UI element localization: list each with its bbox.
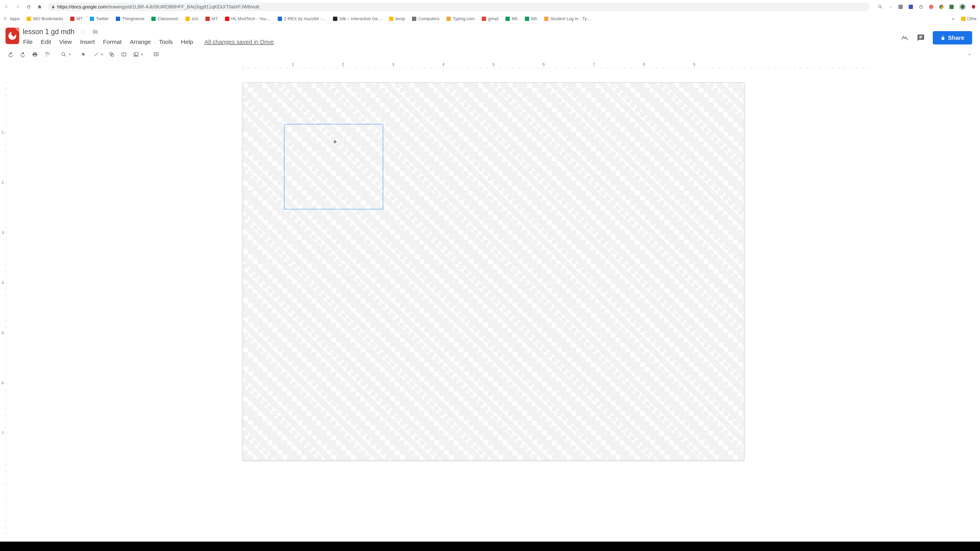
browser-chrome: https://docs.google.com/drawings/d/1LBR-… bbox=[0, 0, 980, 24]
ext-icon-4[interactable] bbox=[929, 4, 934, 10]
bookmark-label: Typing.com bbox=[453, 16, 475, 21]
bookmark-item[interactable]: Twitter bbox=[90, 16, 109, 21]
bookmark-label: Classroom bbox=[158, 16, 178, 21]
reload-button[interactable] bbox=[26, 5, 31, 9]
bookmark-item[interactable]: Apps bbox=[3, 16, 20, 21]
bookmark-item[interactable]: sch bbox=[185, 16, 198, 21]
menu-file[interactable]: File bbox=[23, 38, 33, 46]
activity-icon[interactable] bbox=[900, 34, 909, 42]
bookmark-item[interactable]: Classroom bbox=[151, 16, 178, 21]
bookmark-label: Computers bbox=[418, 16, 439, 21]
bookmark-item[interactable]: MT bbox=[70, 16, 83, 21]
app-header: lesson 1 gd mdh ☆ FileEditViewInsertForm… bbox=[0, 24, 980, 48]
image-tool[interactable]: ▼ bbox=[132, 51, 143, 59]
menu-edit[interactable]: Edit bbox=[40, 38, 51, 46]
ext-icon-2[interactable] bbox=[908, 4, 913, 10]
bottom-black-bar bbox=[0, 541, 980, 551]
select-tool[interactable] bbox=[80, 51, 88, 59]
print-button[interactable] bbox=[31, 51, 39, 59]
crosshair-cursor: ＋ bbox=[332, 139, 338, 144]
h-ruler-label: 8 bbox=[643, 62, 645, 67]
save-status[interactable]: All changes saved in Drive bbox=[204, 38, 274, 45]
bookmark-item[interactable]: WO Bookmarks bbox=[27, 16, 63, 21]
undo-button[interactable] bbox=[7, 51, 14, 59]
bookmark-favicon bbox=[90, 17, 94, 21]
bookmark-label: Twitter bbox=[96, 16, 109, 21]
redo-button[interactable] bbox=[19, 51, 27, 59]
bookmark-item[interactable]: 6th bbox=[506, 16, 518, 21]
move-folder-icon[interactable] bbox=[92, 28, 99, 35]
menu-view[interactable]: View bbox=[59, 38, 72, 46]
bookmark-item[interactable]: Thingiverse bbox=[116, 16, 145, 21]
bookmark-item[interactable]: temp bbox=[389, 16, 405, 21]
svg-point-9 bbox=[135, 53, 136, 54]
back-button[interactable] bbox=[4, 4, 10, 10]
menu-format[interactable]: Format bbox=[103, 38, 122, 46]
h-ruler-label: 9 bbox=[693, 62, 695, 67]
share-button[interactable]: Share bbox=[933, 31, 972, 44]
bookmark-star-icon[interactable]: ☆ bbox=[888, 4, 893, 10]
bookmark-item[interactable]: gmail bbox=[482, 16, 498, 21]
bookmark-favicon bbox=[278, 17, 282, 21]
forward-button[interactable] bbox=[15, 4, 21, 10]
drawing-page[interactable]: ＋ bbox=[243, 83, 745, 460]
insert-comment-tool[interactable] bbox=[152, 51, 160, 59]
bookmark-favicon bbox=[447, 17, 451, 21]
menu-insert[interactable]: Insert bbox=[80, 38, 95, 46]
bookmark-item[interactable]: Computers bbox=[412, 16, 439, 21]
ext-icon-6[interactable] bbox=[949, 4, 954, 10]
horizontal-ruler[interactable]: 123456789 bbox=[7, 61, 980, 69]
ext-icon-shield[interactable] bbox=[971, 4, 976, 10]
drawings-app-icon[interactable] bbox=[5, 28, 19, 44]
bookmark-favicon bbox=[70, 17, 75, 21]
ext-icon-1[interactable] bbox=[898, 4, 903, 10]
bookmarks-overflow[interactable]: » bbox=[952, 16, 954, 21]
line-tool[interactable]: ▼ bbox=[92, 51, 103, 59]
bookmark-favicon bbox=[27, 17, 31, 21]
address-bar[interactable]: https://docs.google.com/drawings/d/1LBR-… bbox=[48, 3, 870, 11]
home-button[interactable] bbox=[37, 5, 42, 9]
bookmark-item[interactable]: Student Log In - Ty… bbox=[544, 16, 591, 21]
bookmark-label: gmail bbox=[488, 16, 498, 21]
star-icon[interactable]: ☆ bbox=[80, 28, 87, 35]
menu-tools[interactable]: Tools bbox=[159, 38, 173, 46]
v-ruler-label: 1 bbox=[2, 130, 4, 135]
v-ruler-label: 2 bbox=[2, 180, 4, 185]
collapse-toolbar-button[interactable] bbox=[966, 51, 973, 59]
comments-icon[interactable] bbox=[917, 34, 925, 42]
bookmark-item[interactable]: Z-REX by muzz64 -… bbox=[278, 16, 326, 21]
bookmark-item[interactable]: HL ModTech - You… bbox=[225, 16, 270, 21]
svg-line-3 bbox=[94, 53, 98, 56]
zoom-icon bbox=[60, 51, 68, 59]
bookmark-label: Thingiverse bbox=[122, 16, 145, 21]
bookmark-item[interactable]: MT bbox=[205, 16, 218, 21]
bookmark-item[interactable]: Typing.com bbox=[447, 16, 475, 21]
shape-tool[interactable] bbox=[108, 51, 116, 59]
zoom-dropdown[interactable]: ▼ bbox=[60, 51, 71, 59]
v-ruler-label: 7 bbox=[2, 431, 4, 435]
v-ruler-label: 3 bbox=[2, 230, 4, 235]
bookmark-item[interactable]: Silk – Interactive Ge… bbox=[333, 16, 382, 21]
other-bookmarks[interactable]: Othe bbox=[961, 16, 977, 21]
document-area: 123456789 1234567 ＋ bbox=[0, 61, 980, 541]
h-ruler-label: 6 bbox=[542, 62, 545, 67]
bookmark-item[interactable]: 6th bbox=[525, 16, 537, 21]
textbox-tool[interactable]: T bbox=[120, 51, 128, 59]
canvas-area[interactable]: ＋ bbox=[7, 69, 980, 541]
zoom-search-icon[interactable] bbox=[878, 4, 883, 10]
ext-icon-3[interactable] bbox=[918, 4, 924, 10]
menu-bar: FileEditViewInsertFormatArrangeToolsHelp… bbox=[23, 37, 897, 48]
document-title[interactable]: lesson 1 gd mdh bbox=[23, 28, 75, 36]
bookmark-label: Z-REX by muzz64 -… bbox=[284, 16, 326, 21]
vertical-ruler[interactable]: 1234567 bbox=[0, 69, 7, 541]
bookmark-label: HL ModTech - You… bbox=[231, 16, 270, 21]
ext-icon-5[interactable] bbox=[939, 4, 944, 10]
bookmark-label: Student Log In - Ty… bbox=[550, 16, 591, 21]
menu-help[interactable]: Help bbox=[180, 38, 194, 46]
menu-arrange[interactable]: Arrange bbox=[130, 38, 151, 46]
svg-text:T: T bbox=[123, 53, 125, 56]
profile-avatar[interactable] bbox=[959, 3, 966, 10]
bookmark-label: Apps bbox=[10, 16, 20, 21]
paint-format-button[interactable] bbox=[43, 51, 51, 59]
ruler-corner bbox=[0, 61, 7, 69]
